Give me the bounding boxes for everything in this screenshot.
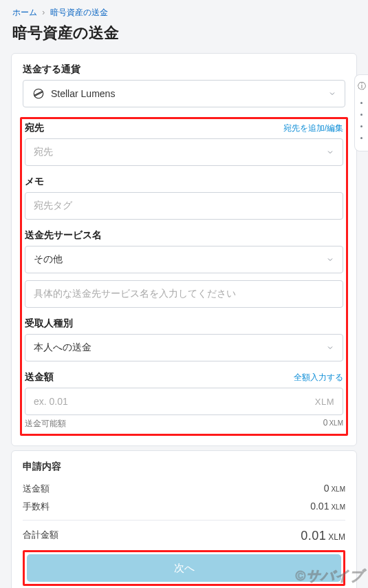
dot-icon (360, 137, 362, 139)
dot-icon (360, 102, 362, 104)
dot-icon (360, 125, 362, 127)
destination-placeholder: 宛先 (34, 146, 53, 158)
service-label: 送金先サービス名 (25, 229, 102, 242)
breadcrumb-home[interactable]: ホーム (12, 8, 37, 17)
chevron-down-icon (326, 344, 334, 352)
side-tab[interactable]: ⓘ (354, 74, 368, 151)
chevron-down-icon (328, 90, 336, 98)
summary-row-amount: 送金額 0XLM (23, 483, 345, 495)
amount-input[interactable]: ex. 0.01 XLM (25, 388, 343, 415)
recipient-type-field: 受取人種別 本人への送金 (25, 317, 343, 361)
amount-field: 送金額 全額入力する ex. 0.01 XLM 送金可能額 0XLM (25, 371, 343, 430)
memo-placeholder: 宛先タグ (34, 200, 72, 212)
currency-label: 送金する通貨 (23, 63, 80, 76)
service-detail-placeholder: 具体的な送金先サービス名を入力してください (34, 288, 236, 300)
amount-suffix: XLM (315, 397, 334, 407)
summary-title: 申請内容 (23, 461, 345, 473)
send-form-card: 送金する通貨 Stellar Lumens 宛先 宛先を追加/編集 (11, 53, 357, 446)
edit-destination-link[interactable]: 宛先を追加/編集 (283, 123, 343, 134)
recipient-type-value: 本人への送金 (34, 342, 91, 354)
service-field: 送金先サービス名 その他 具体的な送金先サービス名を入力してください (25, 229, 343, 308)
currency-select[interactable]: Stellar Lumens (23, 80, 345, 107)
watermark: ©サバイブ (295, 567, 364, 585)
stellar-icon (32, 87, 45, 101)
available-label: 送金可能額 (25, 418, 66, 430)
chevron-down-icon (326, 148, 334, 156)
service-detail-input[interactable]: 具体的な送金先サービス名を入力してください (25, 280, 343, 308)
service-value: その他 (34, 253, 63, 266)
svg-point-0 (34, 89, 43, 98)
recipient-type-label: 受取人種別 (25, 317, 73, 330)
destination-label: 宛先 (25, 122, 44, 134)
chevron-right-icon: › (42, 8, 45, 17)
currency-value: Stellar Lumens (51, 88, 115, 99)
currency-field: 送金する通貨 Stellar Lumens (23, 63, 345, 107)
page-title: 暗号資産の送金 (0, 23, 368, 53)
destination-field: 宛先 宛先を追加/編集 宛先 (25, 122, 343, 166)
destination-select[interactable]: 宛先 (25, 138, 343, 166)
next-button[interactable]: 次へ (27, 554, 341, 582)
recipient-type-select[interactable]: 本人への送金 (25, 334, 343, 361)
chevron-down-icon (326, 255, 334, 264)
summary-row-total: 合計金額 0.01XLM (23, 529, 345, 543)
fill-max-link[interactable]: 全額入力する (294, 372, 343, 384)
amount-placeholder: ex. 0.01 (34, 396, 68, 407)
service-select[interactable]: その他 (25, 246, 343, 273)
breadcrumb-current[interactable]: 暗号資産の送金 (50, 8, 108, 17)
dot-icon (360, 114, 362, 116)
highlighted-region: 宛先 宛先を追加/編集 宛先 メモ 宛先タグ 送金先サービス名 (20, 117, 348, 436)
info-icon: ⓘ (358, 81, 366, 92)
summary-row-fee: 手数料 0.01XLM (23, 501, 345, 513)
memo-label: メモ (25, 176, 44, 188)
memo-field: メモ 宛先タグ (25, 176, 343, 220)
breadcrumb: ホーム › 暗号資産の送金 (0, 0, 368, 23)
available-value: 0XLM (323, 418, 343, 430)
memo-input[interactable]: 宛先タグ (25, 192, 343, 220)
divider (23, 520, 345, 521)
amount-label: 送金額 (25, 371, 54, 384)
